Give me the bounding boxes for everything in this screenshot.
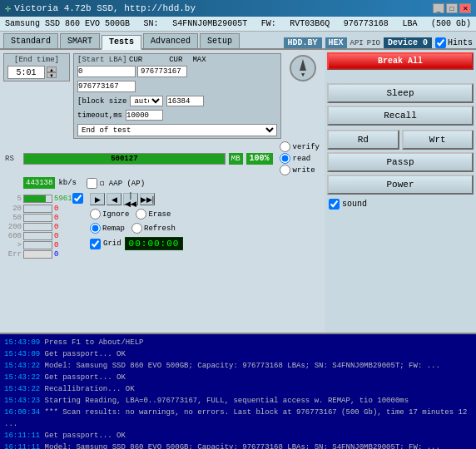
tab-standard[interactable]: Standard: [3, 33, 58, 48]
main-content: [End time] ▲ ▼ [Start LBA] CUR CUR MAX: [0, 50, 476, 333]
title-bar: ✛ Victoria 4.72b SSD, http://hdd.by _ □ …: [0, 0, 476, 17]
lba-count: 976773168: [344, 19, 389, 28]
refresh-label: Refresh: [144, 224, 176, 233]
verify-radio-label[interactable]: verify: [280, 141, 320, 152]
refresh-radio-label[interactable]: Refresh: [131, 223, 176, 234]
read-radio-label[interactable]: read: [280, 153, 320, 164]
log-line: 15:43:22 Get passport... OK: [4, 372, 472, 383]
passp-button[interactable]: Passp: [327, 152, 474, 172]
time-input[interactable]: [7, 66, 45, 79]
log-timestamp: 16:11:11: [4, 443, 40, 449]
left-panel: [End time] ▲ ▼ [Start LBA] CUR CUR MAX: [0, 50, 325, 333]
hdd-by-label: HDD.BY: [284, 37, 322, 48]
ignore-radio-label[interactable]: Ignore: [90, 209, 129, 220]
tab-bar: Standard SMART Tests Advanced Setup HDD.…: [0, 32, 476, 50]
remap-radio[interactable]: [90, 223, 101, 234]
write-radio[interactable]: [280, 165, 290, 175]
time-down-button[interactable]: ▼: [47, 72, 57, 78]
grid-checkbox-label[interactable]: Grid: [90, 239, 121, 249]
timeout-input[interactable]: [126, 110, 163, 121]
minimize-button[interactable]: _: [433, 3, 444, 13]
tab-advanced[interactable]: Advanced: [143, 33, 198, 48]
log-wrapper: 15:43:09 Press F1 to About/HELP15:43:09 …: [0, 333, 476, 449]
log-area[interactable]: 15:43:09 Press F1 to About/HELP15:43:09 …: [0, 333, 476, 449]
aap-checkbox[interactable]: [87, 178, 97, 189]
log-line: 16:00:34 *** Scan results: no warnings, …: [4, 407, 472, 430]
log-timestamp: 15:43:09: [4, 338, 40, 347]
maximize-button[interactable]: □: [446, 3, 458, 13]
end-of-test-select[interactable]: End of test: [77, 124, 277, 136]
ignore-radio[interactable]: [90, 209, 101, 220]
ignore-label: Ignore: [102, 210, 129, 219]
fw-value: RVT03B6Q: [290, 19, 330, 28]
hex-label[interactable]: HEX: [325, 37, 347, 48]
tab-smart[interactable]: SMART: [60, 33, 100, 48]
err-count-5: 59619: [54, 195, 71, 203]
break-all-button[interactable]: Break All: [327, 52, 474, 70]
remap-radio-label[interactable]: Remap: [90, 223, 125, 234]
err-bar-err: [23, 250, 52, 259]
tab-tests[interactable]: Tests: [102, 35, 141, 50]
lba-label: LBA: [402, 19, 417, 28]
rd-button[interactable]: Rd: [327, 130, 399, 150]
aap-checkbox-label[interactable]: ◻ AAP (AP): [87, 178, 145, 189]
sound-checkbox-label[interactable]: sound: [327, 197, 474, 211]
test-options: ▶ ◀ |◀◀ ▶▶| Ignore Erase: [90, 193, 320, 259]
lba-end-input[interactable]: [77, 81, 136, 92]
wrt-button[interactable]: Wrt: [402, 130, 474, 150]
write-radio-label[interactable]: write: [280, 165, 320, 175]
lba-end-value: 976773167: [137, 66, 187, 77]
err-bar-200: [23, 223, 52, 231]
fw-label: FW:: [261, 19, 276, 28]
close-button[interactable]: ✕: [459, 3, 471, 13]
sleep-button[interactable]: Sleep: [327, 83, 474, 103]
aap-label: ◻ AAP (AP): [100, 179, 145, 188]
time-up-button[interactable]: ▲: [47, 67, 57, 72]
prev-button[interactable]: |◀◀: [123, 193, 138, 205]
next-button[interactable]: ▶▶|: [140, 193, 155, 205]
stop-button[interactable]: ◀: [107, 193, 121, 205]
hints-checkbox-label[interactable]: Hints: [435, 37, 473, 48]
err-bar-gt: [23, 241, 52, 249]
err-check-5[interactable]: [72, 193, 83, 204]
lba-start-input[interactable]: [77, 66, 136, 77]
app-icon: ✛: [5, 2, 11, 15]
right-panel: Break All Sleep Recall Rd Wrt Passp Powe…: [325, 50, 476, 333]
pct-box: 100 %: [246, 153, 273, 165]
log-text: Model: Samsung SSD 860 EVO 500GB; Capaci…: [40, 443, 440, 449]
tab-setup[interactable]: Setup: [200, 33, 240, 48]
recall-button[interactable]: Recall: [327, 106, 474, 126]
grid-checkbox[interactable]: [90, 239, 101, 249]
api-label[interactable]: API: [350, 39, 364, 47]
verify-radio[interactable]: [280, 141, 290, 152]
erase-radio[interactable]: [136, 209, 146, 220]
progress-bar: 500127: [23, 153, 226, 165]
hints-checkbox[interactable]: [435, 37, 446, 48]
play-button[interactable]: ▶: [90, 193, 105, 205]
refresh-radio[interactable]: [131, 223, 142, 234]
log-text: Starting Reading, LBA=0..976773167, FULL…: [40, 397, 409, 405]
block-size-input[interactable]: [166, 96, 204, 106]
read-radio[interactable]: [280, 153, 290, 164]
err-row-5: 5 59619: [5, 193, 83, 204]
err-bar-600: [23, 232, 52, 240]
log-timestamp: 15:43:09: [4, 350, 40, 358]
progress-section: RS 500127 MB 100 % verify: [3, 141, 321, 189]
device-name: Samsung SSD 860 EVO 500GB: [5, 19, 130, 28]
err-bar-5: [23, 195, 52, 203]
err-count-50: 0: [54, 214, 71, 222]
media-controls[interactable]: ▶ ◀ |◀◀ ▶▶|: [90, 193, 320, 205]
block-auto-select[interactable]: auto: [130, 96, 163, 106]
max-label: MAX: [192, 56, 206, 64]
serial-label: SN:: [144, 19, 159, 28]
log-line: 15:43:09 Get passport... OK: [4, 348, 472, 360]
ignore-erase-row: Ignore Erase: [90, 209, 320, 220]
power-button[interactable]: Power: [327, 175, 474, 195]
sound-checkbox[interactable]: [329, 199, 340, 210]
err-count-err: 0: [54, 250, 71, 259]
erase-radio-label[interactable]: Erase: [136, 209, 171, 220]
serial-number: S4FNNJ0MB29005T: [172, 19, 247, 28]
log-timestamp: 15:43:23: [4, 397, 40, 405]
kbs-label: kb/s: [58, 179, 77, 187]
pio-label[interactable]: PIO: [367, 39, 380, 47]
